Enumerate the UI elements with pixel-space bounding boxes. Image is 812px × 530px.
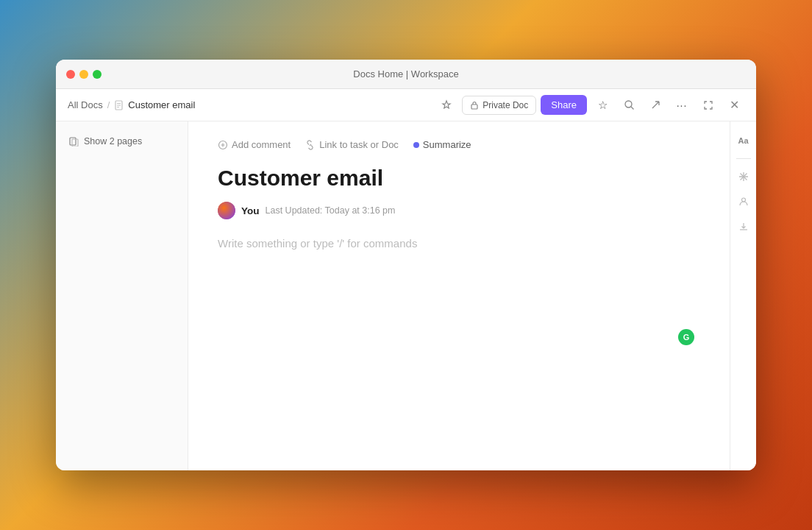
sidebar: Show 2 pages <box>56 121 188 470</box>
app-window: Docs Home | Workspace All Docs / Custome… <box>56 60 756 470</box>
breadcrumb-parent[interactable]: All Docs <box>68 99 103 110</box>
avatar-image <box>218 202 235 219</box>
fullscreen-icon <box>703 100 713 110</box>
link-to-task-label: Link to task or Doc <box>319 139 399 150</box>
pages-icon <box>69 136 79 146</box>
comment-icon <box>218 140 228 150</box>
more-icon: ··· <box>677 99 688 111</box>
person-icon <box>738 197 749 207</box>
right-panel: Aa <box>730 121 756 470</box>
avatar <box>218 202 235 219</box>
summarize-dot-icon <box>413 142 419 148</box>
search-icon <box>624 99 635 110</box>
author-row: You Last Updated: Today at 3:16 pm <box>218 202 685 219</box>
fullscreen-button[interactable] <box>697 94 719 116</box>
svg-rect-4 <box>471 105 477 109</box>
export-button[interactable] <box>644 94 666 116</box>
text-formatting-button[interactable]: Aa <box>733 130 754 151</box>
editor-placeholder: Write something or type '/' for commands <box>218 237 417 250</box>
toolbar-actions: Private Doc Share ☆ ··· <box>435 94 744 116</box>
svg-line-6 <box>631 107 634 110</box>
star-button[interactable]: ☆ <box>591 94 613 116</box>
show-pages-button[interactable]: Show 2 pages <box>65 133 146 149</box>
panel-divider <box>736 158 751 159</box>
last-updated: Last Updated: Today at 3:16 pm <box>266 205 396 216</box>
editor-toolbar: Add comment Link to task or Doc Summariz… <box>218 139 685 150</box>
breadcrumb: All Docs / Customer email <box>68 99 430 110</box>
link-to-task-item[interactable]: Link to task or Doc <box>305 139 399 150</box>
export-icon <box>650 99 661 110</box>
private-doc-button[interactable]: Private Doc <box>462 96 536 115</box>
collaborators-button[interactable] <box>733 191 754 212</box>
summarize-label: Summarize <box>423 139 471 150</box>
maximize-button[interactable] <box>93 70 102 79</box>
search-button[interactable] <box>618 94 640 116</box>
traffic-lights <box>66 70 102 79</box>
breadcrumb-current: Customer email <box>114 99 195 110</box>
add-comment-label: Add comment <box>232 139 291 150</box>
breadcrumb-separator: / <box>107 99 110 110</box>
content-area: Show 2 pages Add comment <box>56 121 756 470</box>
document-title[interactable]: Customer email <box>218 165 685 191</box>
star-icon: ☆ <box>598 99 608 112</box>
editor[interactable]: Add comment Link to task or Doc Summariz… <box>188 121 730 470</box>
show-pages-label: Show 2 pages <box>84 136 142 146</box>
title-bar: Docs Home | Workspace <box>56 60 756 89</box>
snowflake-icon <box>738 172 749 182</box>
text-format-icon: Aa <box>738 136 748 145</box>
breadcrumb-current-label: Customer email <box>128 99 195 110</box>
close-icon: ✕ <box>730 98 739 112</box>
freeze-button[interactable] <box>733 166 754 187</box>
add-comment-item[interactable]: Add comment <box>218 139 291 150</box>
author-name: You <box>241 205 260 216</box>
svg-point-16 <box>741 198 745 202</box>
window-close-button[interactable]: ✕ <box>724 95 744 116</box>
window-title: Docs Home | Workspace <box>353 68 458 80</box>
share-button[interactable]: Share <box>541 95 587 115</box>
summarize-item[interactable]: Summarize <box>413 139 471 150</box>
collaboration-indicator[interactable]: G <box>678 329 694 345</box>
toolbar: All Docs / Customer email <box>56 89 756 121</box>
download-button[interactable] <box>733 216 754 237</box>
link-icon <box>305 140 316 150</box>
editor-content[interactable]: Write something or type '/' for commands <box>218 237 685 250</box>
private-doc-label: Private Doc <box>482 100 528 110</box>
pin-button[interactable] <box>435 94 457 116</box>
minimize-button[interactable] <box>79 70 88 79</box>
lock-icon <box>470 101 479 110</box>
svg-point-5 <box>625 101 632 107</box>
close-button[interactable] <box>66 70 75 79</box>
more-button[interactable]: ··· <box>671 94 693 116</box>
download-icon <box>738 222 749 232</box>
pin-icon <box>441 99 452 111</box>
doc-icon <box>114 100 124 110</box>
